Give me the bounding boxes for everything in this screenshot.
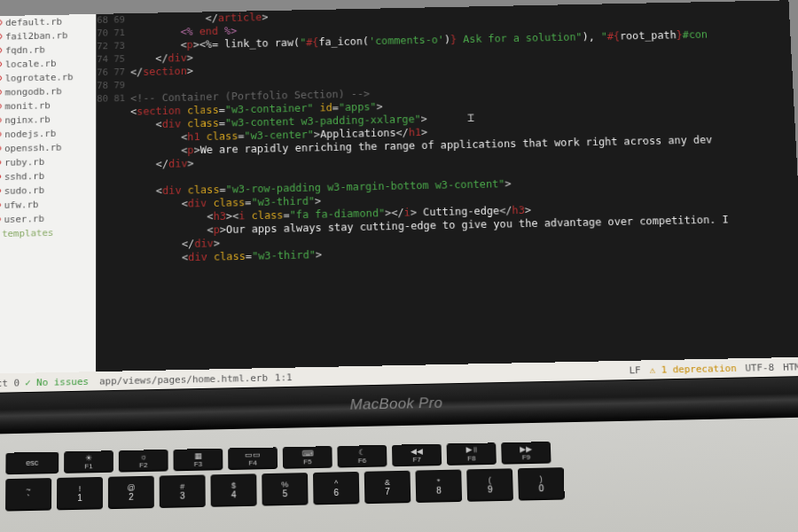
code-area[interactable]: </article> <% end %> <p><%= link_to raw(… xyxy=(130,0,798,372)
key-`: ~` xyxy=(5,478,51,511)
key-1: !1 xyxy=(57,477,103,510)
text-cursor-icon: Ꮖ xyxy=(467,112,468,123)
keyboard: esc☀F1☼F2▦F3▭▭F4⌨F5☾F6◀◀F7▶॥F8▶▶F9 ~`!1@… xyxy=(0,436,798,532)
key-8: *8 xyxy=(415,470,462,502)
key-F2: ☼F2 xyxy=(119,450,168,472)
key-9: (9 xyxy=(466,468,513,500)
code-editor: default.rb fail2ban.rb fqdn.rb locale.rb… xyxy=(0,0,798,375)
key-F1: ☀F1 xyxy=(64,450,113,473)
key-5: %5 xyxy=(262,473,308,505)
warning-badge[interactable]: ⚠ 1 deprecation xyxy=(649,363,737,376)
key-F4: ▭▭F4 xyxy=(228,447,278,469)
key-6: ^6 xyxy=(313,472,359,504)
file-tree[interactable]: default.rb fail2ban.rb fqdn.rb locale.rb… xyxy=(0,14,96,376)
status-no-issues: ✓ No issues xyxy=(25,376,89,388)
line-ending[interactable]: LF xyxy=(629,364,641,376)
cursor-position: 1:1 xyxy=(275,372,293,383)
key-2: @2 xyxy=(108,476,154,509)
key-esc: esc xyxy=(5,451,59,473)
status-left: ect 0 xyxy=(0,377,20,388)
open-file-path[interactable]: app/views/pages/home.html.erb xyxy=(99,372,268,386)
encoding[interactable]: UTF-8 xyxy=(745,362,774,373)
key-F5: ⌨F5 xyxy=(283,446,332,468)
key-7: &7 xyxy=(364,471,411,503)
language-mode[interactable]: HTM xyxy=(783,361,798,372)
editor-pane[interactable]: 68 69 70 71 72 73 74 75 76 77 78 79 80 8… xyxy=(96,0,798,373)
key-3: #3 xyxy=(160,474,206,507)
key-F7: ◀◀F7 xyxy=(392,444,442,466)
line-gutter: 68 69 70 71 72 73 74 75 76 77 78 79 80 8… xyxy=(96,13,131,373)
key-F3: ▦F3 xyxy=(173,449,223,471)
key-0: )0 xyxy=(518,467,565,499)
key-F9: ▶▶F9 xyxy=(501,442,551,464)
laptop-brand: MacBook Pro xyxy=(0,387,798,422)
folder-item[interactable]: templates xyxy=(0,225,96,242)
key-F6: ☾F6 xyxy=(337,445,387,467)
key-4: $4 xyxy=(210,473,256,505)
key-F8: ▶॥F8 xyxy=(447,442,497,465)
